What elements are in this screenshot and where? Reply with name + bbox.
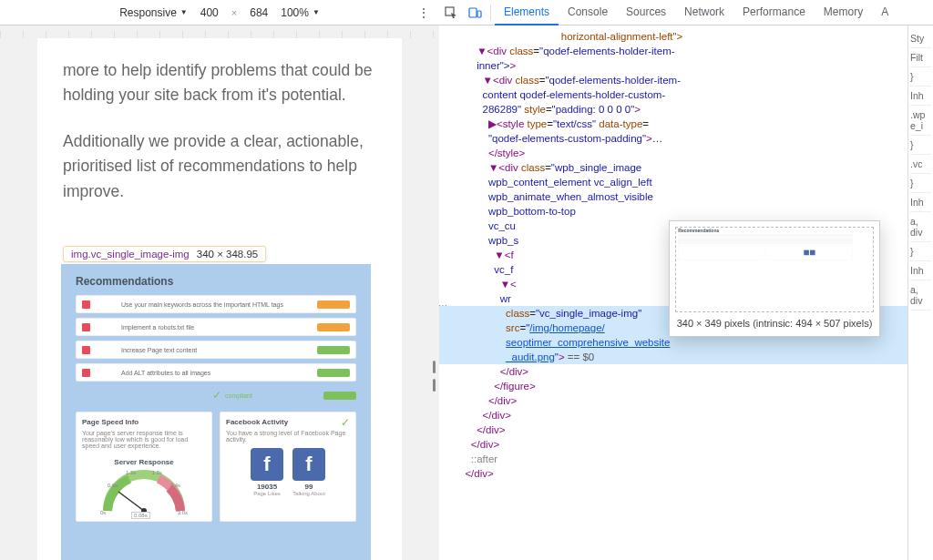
facebook-icon: f: [292, 448, 325, 481]
devtools-tabs: Elements Console Sources Network Perform…: [495, 0, 897, 25]
ruler: [0, 31, 439, 38]
highlight-selector: img.vc_single_image-img: [71, 249, 190, 260]
kebab-menu-icon[interactable]: ⋮: [417, 5, 430, 20]
viewport-height-input[interactable]: 684: [250, 6, 268, 19]
page-frame[interactable]: more to help identify problems that coul…: [37, 38, 402, 560]
chevron-down-icon: ▼: [180, 8, 188, 16]
hover-dimensions-text: 340 × 349 pixels (intrinsic: 494 × 507 p…: [675, 316, 874, 331]
svg-rect-2: [477, 11, 481, 17]
highlight-dimensions: 340 × 348.95: [197, 249, 258, 260]
rec-row: Increase Page text content: [76, 341, 356, 359]
tab-console[interactable]: Console: [559, 0, 617, 25]
viewport-width-input[interactable]: 400: [200, 6, 219, 19]
rec-row: Add ALT attributes to all images: [76, 363, 356, 382]
dimension-separator: ×: [231, 7, 237, 18]
tab-more[interactable]: A: [872, 0, 897, 25]
gauge-icon: 0s 0.6s 1.2s 1.8s 2.4s 3.0s 0.08s: [98, 470, 190, 515]
rec-row: Implement a robots.txt file: [76, 318, 356, 336]
svg-rect-1: [469, 8, 477, 17]
device-toolbar: Responsive▼ 400 × 684 100%▼ ⋮: [0, 0, 439, 25]
highlighted-image[interactable]: Recommendations Use your main keywords a…: [61, 264, 371, 560]
styles-filter[interactable]: Filt: [910, 48, 931, 67]
image-hover-preview: Recommendations 340 × 349 pixels (intrin…: [669, 220, 880, 337]
device-viewport: more to help identify problems that coul…: [0, 25, 439, 560]
facebook-icon: f: [251, 448, 283, 481]
gutter-dots-icon[interactable]: ⋯: [439, 299, 447, 313]
dom-tree[interactable]: horizontal-alignment-left"> ▼<div class=…: [439, 25, 907, 560]
body-text: Additionally we provide a clear, actiona…: [63, 129, 376, 203]
inspect-element-icon[interactable]: [439, 1, 463, 25]
tab-memory[interactable]: Memory: [815, 0, 872, 25]
zoom-select[interactable]: 100%▼: [281, 6, 320, 19]
element-highlight-tooltip: img.vc_single_image-img 340 × 348.95: [63, 246, 266, 262]
tab-performance[interactable]: Performance: [733, 0, 815, 25]
body-text: more to help identify problems that coul…: [63, 58, 376, 107]
tab-sources[interactable]: Sources: [617, 0, 675, 25]
speed-card: Page Speed Info Your page's server respo…: [76, 412, 212, 522]
check-icon: ✓: [341, 416, 350, 429]
chevron-down-icon: ▼: [313, 8, 320, 16]
tab-elements[interactable]: Elements: [495, 0, 559, 25]
tab-network[interactable]: Network: [675, 0, 733, 25]
facebook-card: ✓ Facebook Activity You have a strong le…: [220, 412, 356, 522]
resize-handle[interactable]: [430, 361, 437, 392]
styles-tab[interactable]: Sty: [910, 29, 931, 48]
device-mode-icon[interactable]: [463, 1, 487, 25]
recommendations-title: Recommendations: [76, 275, 356, 288]
rec-row: Use your main keywords across the import…: [76, 295, 356, 313]
device-select[interactable]: Responsive▼: [119, 6, 188, 19]
pseudo-after: ::after: [471, 453, 497, 464]
styles-panel[interactable]: Sty Filt } Inh .wp e_i } .vc } Inh a, di…: [907, 25, 933, 560]
